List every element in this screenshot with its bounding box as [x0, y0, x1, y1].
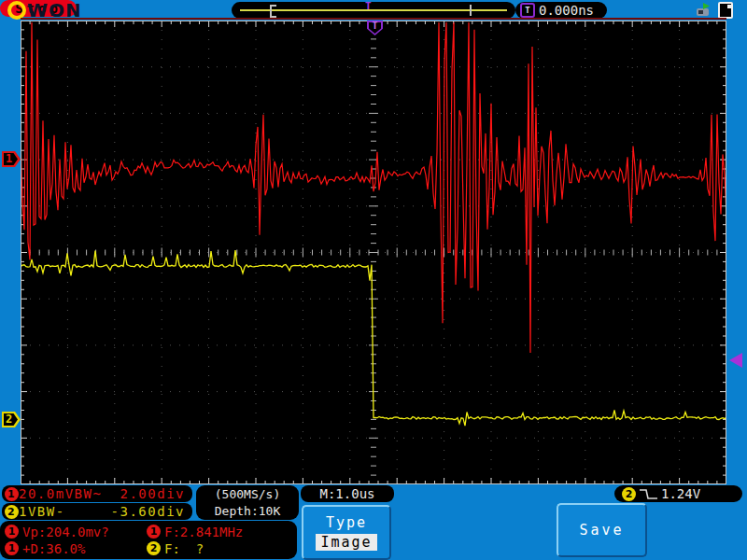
trigger-level-arrow-icon[interactable]: [729, 353, 742, 368]
battery-cap: [727, 5, 732, 8]
ch2-coupling: -: [56, 504, 65, 519]
ch2-position-marker[interactable]: 2: [2, 412, 21, 427]
trigger-source-badge: 2: [622, 487, 636, 501]
type-value: Image: [316, 534, 376, 551]
oscilloscope-screen: WON Stop T T 0.000ns 1 2 T 120.0mVBW~2.0…: [0, 0, 747, 560]
ch2-status-pill[interactable]: 21VBW--3.60div: [2, 503, 192, 520]
trigger-position-mini-icon: T: [365, 0, 372, 12]
type-label: Type: [326, 514, 367, 531]
falling-edge-icon: [639, 488, 658, 500]
battery-icon: [718, 2, 733, 19]
acquisition-pill: (500MS/s) Depth:10K: [196, 485, 299, 520]
measurement-item: 2 F: ?: [147, 540, 204, 556]
ch2-scale: 1V: [19, 504, 37, 519]
ch1-coupling: ~: [92, 486, 102, 501]
timebase-pill: M:1.0us: [301, 485, 394, 502]
trigger-time-pill: T 0.000ns: [515, 2, 607, 19]
horizontal-position-ruler[interactable]: T: [232, 2, 515, 19]
type-image-button[interactable]: Type Image: [302, 505, 391, 560]
logo-o-ring-icon: [7, 1, 26, 20]
sample-rate-label: (500MS/s): [215, 486, 280, 503]
waveform-display: [21, 21, 726, 484]
ch2-bw-flag: BW: [37, 504, 56, 519]
trigger-time-value: 0.000ns: [539, 3, 594, 18]
measurements-panel: 1 Vp:204.0mv? 1 F:2.841MHz 1 +D:36.0% 2 …: [0, 521, 297, 559]
trigger-level-value: 1.24V: [661, 486, 700, 501]
ch1-bw-flag: BW: [75, 486, 93, 501]
window-left-bracket-icon: [270, 5, 276, 18]
ch2-position: -3.60div: [111, 504, 185, 519]
window-right-tick-icon: [470, 5, 472, 16]
save-button[interactable]: Save: [557, 503, 647, 557]
ch1-position: 2.00div: [120, 486, 185, 501]
depth-label: Depth:10K: [215, 503, 280, 520]
ch1-marker-number: 1: [6, 152, 12, 165]
trigger-t-icon: T: [520, 3, 535, 18]
measurement-item: 1 Vp:204.0mv?: [5, 524, 109, 539]
ch2-marker-number: 2: [6, 413, 12, 426]
ch2-badge: 2: [5, 505, 19, 519]
usb-icon: [695, 3, 712, 18]
ch1-badge: 1: [5, 487, 19, 501]
ch1-position-marker[interactable]: 1: [2, 151, 21, 167]
grid-top-accent-line: [21, 18, 726, 20]
measurement-item: 1 +D:36.0%: [5, 540, 85, 556]
ch1-scale: 20.0mV: [19, 486, 75, 501]
measurement-item: 1 F:2.841MHz: [147, 524, 243, 539]
memory-window-line: [240, 9, 507, 11]
trigger-status-pill: 2 1.24V: [614, 485, 742, 502]
ch1-status-pill[interactable]: 120.0mVBW~2.00div: [2, 485, 192, 502]
